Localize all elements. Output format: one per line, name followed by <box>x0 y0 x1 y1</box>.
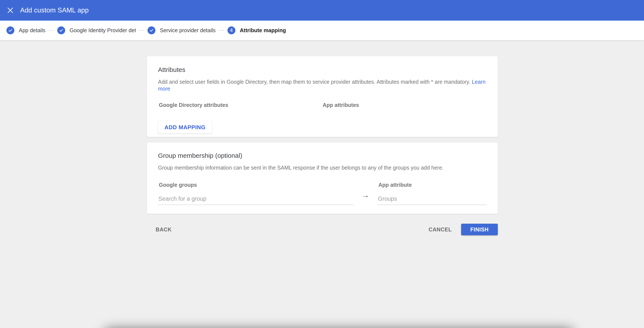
google-groups-label: Google groups <box>158 182 354 189</box>
group-membership-card-title: Group membership (optional) <box>158 152 487 159</box>
attribute-mapping-column-headers: Google Directory attributes App attribut… <box>158 102 487 108</box>
attributes-description-text: Add and select user fields in Google Dir… <box>158 79 470 85</box>
close-icon[interactable] <box>6 6 14 15</box>
dialog-header: Add custom SAML app <box>0 0 644 21</box>
app-attribute-label: App attribute <box>378 182 487 189</box>
group-search-input[interactable] <box>158 193 354 205</box>
group-membership-card: Group membership (optional) Group member… <box>147 142 498 214</box>
add-custom-saml-app-dialog: Add custom SAML app App details Google I… <box>0 0 644 328</box>
add-mapping-button[interactable]: ADD MAPPING <box>158 121 212 133</box>
check-icon <box>59 28 64 33</box>
group-search-field-wrap <box>158 193 354 205</box>
step-complete-circle <box>6 26 14 34</box>
group-membership-card-description: Group membership information can be sent… <box>158 164 487 171</box>
attributes-card-title: Attributes <box>158 66 487 73</box>
check-icon <box>149 28 154 33</box>
step-number: 4 <box>230 28 233 33</box>
step-label: Service provider details <box>160 27 216 34</box>
step-google-idp-details[interactable]: Google Identity Provider details <box>57 26 136 34</box>
check-icon <box>8 28 13 33</box>
grid-gap <box>354 182 378 189</box>
step-label: App details <box>19 27 46 34</box>
step-separator <box>49 30 54 31</box>
finish-button[interactable]: FINISH <box>461 224 498 235</box>
step-complete-circle <box>57 26 65 34</box>
step-label: Google Identity Provider details <box>70 27 136 34</box>
google-directory-attributes-header: Google Directory attributes <box>158 102 323 108</box>
step-complete-circle <box>148 26 156 34</box>
wizard-stepper: App details Google Identity Provider det… <box>0 21 644 40</box>
mapping-arrow-cell: → <box>354 189 378 205</box>
cancel-button[interactable]: CANCEL <box>428 226 452 233</box>
app-attribute-field-wrap <box>378 193 487 205</box>
attributes-card-description: Add and select user fields in Google Dir… <box>158 78 487 92</box>
wizard-footer-actions: BACK CANCEL FINISH <box>147 224 498 235</box>
arrow-right-icon: → <box>362 191 370 199</box>
attributes-card: Attributes Add and select user fields in… <box>147 56 498 137</box>
dialog-title: Add custom SAML app <box>20 7 89 14</box>
step-label: Attribute mapping <box>240 27 286 34</box>
step-separator <box>219 30 224 31</box>
app-attribute-input[interactable] <box>378 193 487 205</box>
step-number-circle: 4 <box>228 26 236 34</box>
group-mapping-grid: Google groups App attribute → <box>158 182 487 205</box>
app-attributes-header: App attributes <box>323 102 359 108</box>
step-attribute-mapping[interactable]: 4 Attribute mapping <box>228 26 286 34</box>
step-separator <box>139 30 144 31</box>
back-button[interactable]: BACK <box>156 226 172 233</box>
step-service-provider-details[interactable]: Service provider details <box>148 26 216 34</box>
step-app-details[interactable]: App details <box>6 26 46 34</box>
